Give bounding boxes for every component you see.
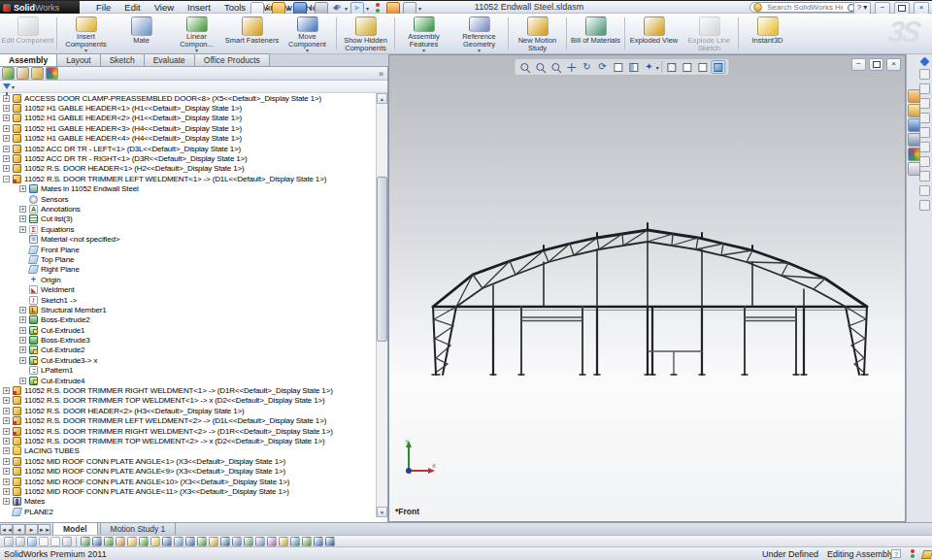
tab-evaluate[interactable]: Evaluate xyxy=(144,53,195,66)
scrollbar-down-icon[interactable]: ▼ xyxy=(377,507,387,517)
expand-icon[interactable]: + xyxy=(3,438,10,445)
menu-edit[interactable]: Edit xyxy=(117,1,147,14)
tab-layout[interactable]: Layout xyxy=(56,53,101,66)
filter-notes-icon[interactable] xyxy=(267,537,277,546)
tree-item[interactable]: +Annotations xyxy=(0,204,377,214)
filter-edges-icon[interactable] xyxy=(92,537,102,546)
properties-dropdown-icon[interactable]: ▾ xyxy=(418,5,421,12)
select-tool-icon[interactable] xyxy=(39,537,49,546)
inverse-selection-icon[interactable] xyxy=(62,537,72,546)
filter-funnel-icon[interactable] xyxy=(3,83,11,89)
save-icon[interactable] xyxy=(293,2,307,15)
filter-planes-icon[interactable] xyxy=(174,537,183,546)
filter-weld-symbols-icon[interactable] xyxy=(279,537,288,546)
tree-item[interactable]: +11052 MID ROOF CONN PLATE ANGLE<9> (X3<… xyxy=(0,466,377,476)
undo-dropdown-icon[interactable]: ▾ xyxy=(345,5,348,12)
tree-item[interactable]: −11052 R.S. DOOR TRIMMER LEFT WELDMENT<1… xyxy=(0,174,377,183)
expand-icon[interactable]: + xyxy=(3,155,10,162)
open-icon[interactable] xyxy=(272,2,285,15)
expand-icon[interactable]: + xyxy=(3,498,10,505)
expand-icon[interactable]: + xyxy=(3,488,10,495)
tree-item[interactable]: Weldment xyxy=(0,284,377,294)
tree-item[interactable]: +11052 H1 GABLE HEADER<3> (H4<<Default>_… xyxy=(0,123,377,133)
expand-icon[interactable]: + xyxy=(3,458,10,465)
menu-view[interactable]: View xyxy=(148,1,181,14)
filter-vertices-icon[interactable] xyxy=(81,537,90,546)
tree-item[interactable]: Sketch1 -> xyxy=(0,295,377,305)
ribbon-button-new-motion-study[interactable]: New Motion Study xyxy=(510,14,565,53)
expand-icon[interactable]: + xyxy=(19,206,26,213)
scrollbar-thumb[interactable] xyxy=(377,177,387,342)
taskpane-edge-icon-9[interactable] xyxy=(919,185,930,196)
filter-solid-bodies-icon[interactable] xyxy=(127,537,137,546)
tree-item[interactable]: +11052 ACC DR TR - RIGHT<1> (D3R<<Defaul… xyxy=(0,153,377,163)
dropdown-caret-icon[interactable]: ▾ xyxy=(306,49,309,53)
expand-icon[interactable]: + xyxy=(3,447,10,454)
open-dropdown-icon[interactable]: ▾ xyxy=(287,5,290,12)
solidworks-resources-icon[interactable] xyxy=(908,89,920,103)
new-document-icon[interactable] xyxy=(250,2,264,15)
filter-datums-icon[interactable] xyxy=(290,537,300,546)
tree-item[interactable]: Origin xyxy=(0,275,377,284)
last-tab-icon[interactable]: ►► xyxy=(38,524,50,535)
tree-item[interactable]: +11052 R.S. DOOR TRIMMER RIGHT WELDMENT<… xyxy=(0,385,377,395)
expand-icon[interactable]: + xyxy=(19,215,26,222)
filter-blocks-icon[interactable] xyxy=(302,537,312,546)
ribbon-button-assembly-features[interactable]: Assembly Features▾ xyxy=(396,14,451,53)
tree-item[interactable]: +11052 MID ROOF CONN PLATE ANGLE<11> (X3… xyxy=(0,486,377,496)
tree-item[interactable]: +11052 H1 GABLE HEADER<2> (H1<<Default>_… xyxy=(0,114,377,123)
expand-icon[interactable]: + xyxy=(3,387,10,394)
print-icon[interactable] xyxy=(315,2,328,15)
expand-icon[interactable]: + xyxy=(3,478,10,485)
tree-item[interactable]: Material <not specified> xyxy=(0,234,377,244)
ribbon-button-instant3d[interactable]: Instant3D xyxy=(740,14,795,53)
tree-item[interactable]: +Cut-Extrude2 xyxy=(0,346,377,355)
expand-icon[interactable]: + xyxy=(3,397,10,404)
expand-icon[interactable]: + xyxy=(19,226,26,233)
tree-item[interactable]: +11052 R.S. DOOR TRIMMER TOP WELDMENT<1>… xyxy=(0,396,377,406)
filter-lighting-icon[interactable] xyxy=(150,537,160,546)
filter-annotations-icon[interactable] xyxy=(255,537,265,546)
design-library-icon[interactable] xyxy=(908,104,920,117)
appearances-scenes-icon[interactable] xyxy=(908,148,920,161)
taskpane-edge-icon-5[interactable] xyxy=(919,127,930,138)
filter-surface-bodies-icon[interactable] xyxy=(116,537,125,546)
ribbon-button-show-hidden-components[interactable]: Show Hidden Components xyxy=(338,14,393,53)
save-dropdown-icon[interactable]: ▾ xyxy=(309,5,312,12)
expand-icon[interactable]: + xyxy=(19,327,26,334)
ribbon-button-mate[interactable]: Mate xyxy=(114,14,169,53)
tab-assembly[interactable]: Assembly xyxy=(0,53,57,66)
tree-item[interactable]: +11052 MID ROOF CONN PLATE ANGLE<10> (X3… xyxy=(0,477,377,486)
tree-item[interactable]: +ACCESS DOOR CLAMP-PREASSEMBLED DOOR<8> … xyxy=(0,93,377,103)
collapse-icon[interactable]: − xyxy=(3,176,10,182)
tree-item[interactable]: Front Plane xyxy=(0,245,377,254)
menu-tools[interactable]: Tools xyxy=(217,1,252,14)
tab-motion-study-1[interactable]: Motion Study 1 xyxy=(100,522,177,535)
options-icon[interactable] xyxy=(386,2,400,15)
tree-item[interactable]: +Cut-Extrude1 xyxy=(0,325,377,335)
ribbon-button-move-component[interactable]: Move Component▾ xyxy=(280,14,335,53)
tree-item[interactable]: PLANE2 xyxy=(0,507,377,516)
select-dropdown-icon[interactable]: ▾ xyxy=(366,5,369,12)
dropdown-caret-icon[interactable]: ▾ xyxy=(422,49,425,53)
taskpane-edge-icon-6[interactable] xyxy=(919,142,930,152)
tree-item[interactable]: +11052 R.S. DOOR HEADER<2> (H3<<Default>… xyxy=(0,406,377,415)
custom-properties-icon[interactable] xyxy=(908,162,920,176)
menu-file[interactable]: File xyxy=(89,1,117,14)
taskpane-edge-icon-10[interactable] xyxy=(919,200,930,211)
endwall-steel-model[interactable] xyxy=(389,55,906,522)
tree-item[interactable]: Sensors xyxy=(0,194,377,204)
filter-centerline-icon[interactable] xyxy=(232,537,242,546)
ribbon-button-explode-line-sketch[interactable]: Explode Line Sketch xyxy=(682,14,737,53)
tree-item[interactable]: +11052 H1 GABLE HEADER<4> (H4<<Default>_… xyxy=(0,134,377,144)
clear-all-filters-icon[interactable] xyxy=(16,537,25,546)
feature-manager-tree-icon[interactable] xyxy=(2,67,15,80)
select-dropdown-icon[interactable] xyxy=(50,537,60,546)
expand-icon[interactable]: + xyxy=(19,337,26,344)
filter-midpoints-icon[interactable] xyxy=(209,537,218,546)
filter-dimensions-icon[interactable] xyxy=(244,537,253,546)
panel-overflow-icon[interactable]: » xyxy=(379,69,383,79)
scrollbar-up-icon[interactable]: ▲ xyxy=(377,93,387,104)
search-input[interactable] xyxy=(765,2,845,13)
dropdown-caret-icon[interactable]: ▾ xyxy=(478,49,481,53)
